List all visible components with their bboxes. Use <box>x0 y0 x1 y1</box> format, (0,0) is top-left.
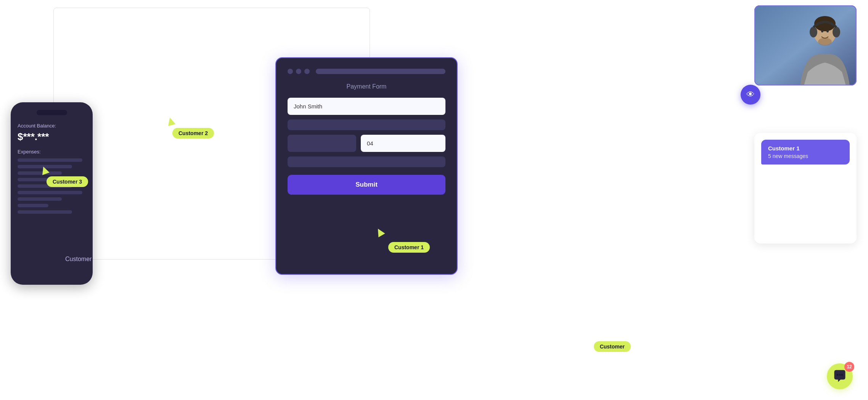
svg-point-10 <box>839 374 841 376</box>
extra-field <box>288 156 445 167</box>
customer-bottom-right-label: Customer <box>594 341 631 352</box>
card-number-field <box>288 119 445 130</box>
card-details-row <box>288 135 445 152</box>
balance-value: $***.*** <box>18 131 86 143</box>
photo-placeholder <box>754 5 857 85</box>
expenses-label: Expenses: <box>18 149 86 155</box>
payment-panel: Payment Form Submit <box>275 57 458 275</box>
eye-icon: 👁 <box>746 90 755 100</box>
expense-bar-9 <box>18 210 72 214</box>
dot-2 <box>296 69 301 74</box>
customer-photo <box>754 5 857 85</box>
expense-bar-3 <box>18 171 62 175</box>
eye-circle-button[interactable]: 👁 <box>741 85 760 105</box>
chat-icon-container[interactable]: 12 <box>827 363 853 389</box>
account-balance-label: Account Balance: <box>18 123 86 129</box>
chat-bubble-icon <box>833 369 847 383</box>
chat-sender: Customer 1 <box>768 145 843 152</box>
chat-message: 5 new messages <box>768 153 843 159</box>
customer-phone-text: Customer <box>65 256 92 263</box>
panel-titlebar <box>288 69 445 74</box>
chat-badge-count: 12 <box>844 362 854 372</box>
customer2-label: Customer 2 <box>172 128 214 139</box>
cvv-field[interactable] <box>361 135 445 152</box>
customer3-label: Customer 3 <box>47 176 88 187</box>
expense-bar-4 <box>18 178 48 181</box>
chat-bubble: Customer 1 5 new messages <box>761 140 850 165</box>
expense-bar-7 <box>18 197 62 201</box>
expense-bar-8 <box>18 204 48 207</box>
expense-bar-1 <box>18 158 82 162</box>
name-input[interactable] <box>288 98 445 115</box>
svg-point-11 <box>841 374 843 376</box>
titlebar-bar <box>316 69 445 74</box>
phone-notch <box>37 110 67 115</box>
dot-3 <box>304 69 310 74</box>
customer-bottom-right-text: Customer <box>594 341 631 352</box>
photo-border <box>754 5 857 85</box>
chat-notification-panel: Customer 1 5 new messages <box>754 133 857 244</box>
submit-button[interactable]: Submit <box>288 175 445 195</box>
svg-point-9 <box>837 374 839 376</box>
customer1-label: Customer 1 <box>388 242 430 253</box>
expiry-field <box>288 135 356 152</box>
expense-bar-6 <box>18 191 82 194</box>
dot-1 <box>288 69 293 74</box>
payment-form-title: Payment Form <box>288 83 445 90</box>
